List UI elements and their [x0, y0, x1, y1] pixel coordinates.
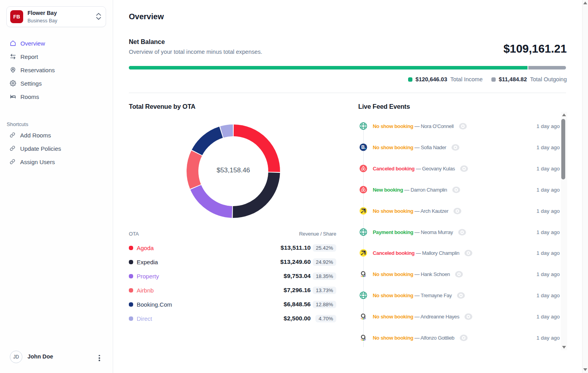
svg-text:B: B: [361, 144, 365, 150]
